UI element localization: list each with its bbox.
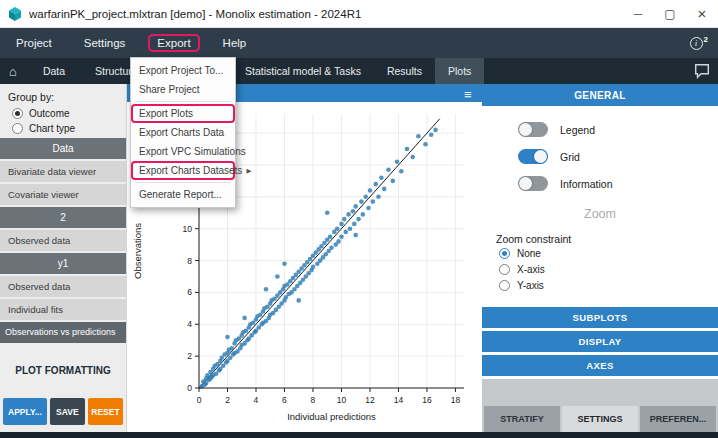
window-title: warfarinPK_project.mlxtran [demo] - Mono… (29, 8, 622, 20)
plots-sidebar: Group by: Outcome Chart type Data Bivari… (0, 84, 127, 432)
svg-text:6: 6 (282, 395, 287, 405)
menu-project[interactable]: Project (0, 28, 68, 58)
titlebar: warfarinPK_project.mlxtran [demo] - Mono… (0, 0, 718, 28)
svg-text:0: 0 (197, 395, 202, 405)
zoom-option-none[interactable]: None (482, 245, 718, 261)
svg-text:14: 14 (394, 395, 404, 405)
menu-help[interactable]: Help (207, 28, 263, 58)
monolix-cube-icon (7, 6, 23, 22)
svg-text:0: 0 (187, 383, 192, 393)
window-bottom-strip (0, 432, 718, 438)
svg-text:2: 2 (187, 351, 192, 361)
grid-toggle-row: Grid (482, 143, 718, 170)
menu-item-export-plots[interactable]: Export Plots (131, 104, 235, 123)
outcome-radio[interactable] (12, 108, 23, 119)
tab-results[interactable]: Results (374, 58, 435, 84)
stratify-tab[interactable]: STRATIFY (484, 406, 560, 432)
svg-text:6: 6 (187, 287, 192, 297)
svg-text:10: 10 (337, 395, 347, 405)
sidebar-item-observed-data-2[interactable]: Observed data (0, 276, 126, 297)
settings-tab[interactable]: SETTINGS (562, 406, 638, 432)
hamburger-icon[interactable]: ≡ (464, 87, 472, 102)
svg-text:18: 18 (451, 395, 461, 405)
zoom-label: Zoom (482, 207, 718, 221)
menu-export[interactable]: Export (141, 28, 206, 58)
information-toggle-row: Information (482, 170, 718, 197)
svg-text:2: 2 (225, 395, 230, 405)
app-window: warfarinPK_project.mlxtran [demo] - Mono… (0, 0, 718, 438)
sidebar-item-bivariate-viewer[interactable]: Bivariate data viewer (0, 161, 126, 182)
none-radio[interactable] (499, 248, 510, 259)
group-by-label: Group by: (0, 84, 126, 106)
menu-item-export-vpc-simulations[interactable]: Export VPC Simulations (131, 142, 235, 161)
preferences-tab[interactable]: PREFEREN... (640, 406, 716, 432)
save-button[interactable]: SAVE (50, 398, 85, 425)
apply-button[interactable]: APPLY... (3, 398, 47, 425)
sidebar-header-y1: y1 (0, 253, 126, 274)
sidebar-item-covariate-viewer[interactable]: Covariate viewer (0, 184, 126, 205)
reset-button[interactable]: RESET (88, 398, 123, 425)
menu-separator (135, 101, 231, 102)
plot-formatting-label: PLOT FORMATTING (0, 365, 126, 376)
zoom-option-y-axis[interactable]: Y-axis (482, 277, 718, 293)
menu-item-export-charts-datasets[interactable]: Export Charts Datasets ▶ (131, 161, 235, 180)
svg-text:4: 4 (254, 395, 259, 405)
legend-toggle-row: Legend (482, 116, 718, 143)
svg-text:Observations: Observations (132, 223, 143, 279)
sidebar-item-observed-data-1[interactable]: Observed data (0, 230, 126, 251)
svg-text:8: 8 (187, 256, 192, 266)
close-button[interactable]: × (686, 0, 718, 27)
comment-icon[interactable] (693, 62, 711, 80)
sidebar-header-2: 2 (0, 207, 126, 228)
minimize-button[interactable]: ─ (622, 0, 654, 27)
svg-text:Individual predictions: Individual predictions (287, 411, 376, 422)
perspective-tabbar: ⌂ Data Structural model Statistical mode… (0, 58, 718, 84)
menu-separator (135, 182, 231, 183)
display-section-button[interactable]: DISPLAY (482, 331, 718, 352)
menu-item-share-project[interactable]: Share Project (131, 80, 235, 99)
legend-toggle[interactable] (518, 122, 548, 137)
subplots-section-button[interactable]: SUBPLOTS (482, 307, 718, 328)
svg-text:12: 12 (365, 395, 375, 405)
axes-section-button[interactable]: AXES (482, 355, 718, 376)
export-dropdown-menu: Export Project To... Share Project Expor… (130, 57, 236, 208)
svg-text:16: 16 (422, 395, 432, 405)
tab-plots[interactable]: Plots (435, 58, 484, 84)
x-axis-radio[interactable] (499, 264, 510, 275)
svg-text:10: 10 (183, 224, 193, 234)
svg-text:8: 8 (311, 395, 316, 405)
zoom-constraint-label: Zoom constraint (482, 233, 718, 245)
menubar: Project Settings Export Help i 2 (0, 28, 718, 58)
menu-item-export-charts-data[interactable]: Export Charts Data (131, 123, 235, 142)
submenu-arrow-icon: ▶ (246, 167, 251, 175)
tab-statistical-model[interactable]: Statistical model & Tasks (232, 58, 374, 84)
group-option-chart-type[interactable]: Chart type (0, 121, 126, 136)
tab-data[interactable]: Data (26, 58, 82, 84)
zoom-option-x-axis[interactable]: X-axis (482, 261, 718, 277)
maximize-button[interactable]: ▢ (654, 0, 686, 27)
menu-settings[interactable]: Settings (68, 28, 142, 58)
menu-item-export-project-to[interactable]: Export Project To... (131, 61, 235, 80)
info-icon[interactable]: i (690, 37, 703, 50)
svg-text:4: 4 (187, 319, 192, 329)
information-toggle[interactable] (518, 176, 548, 191)
info-badge: 2 (704, 35, 708, 44)
sidebar-header-data: Data (0, 138, 126, 159)
general-section-header[interactable]: GENERAL (482, 84, 718, 106)
sidebar-item-obs-vs-pred[interactable]: Observations vs predictions (0, 322, 126, 343)
menu-item-generate-report[interactable]: Generate Report... (131, 185, 235, 204)
y-axis-radio[interactable] (499, 280, 510, 291)
settings-panel: GENERAL Legend Grid Information Zoom Zoo… (482, 84, 718, 432)
sidebar-item-individual-fits[interactable]: Individual fits (0, 299, 126, 320)
group-option-outcome[interactable]: Outcome (0, 106, 126, 121)
home-icon[interactable]: ⌂ (0, 58, 26, 84)
grid-toggle[interactable] (518, 149, 548, 164)
chart-type-radio[interactable] (12, 123, 23, 134)
